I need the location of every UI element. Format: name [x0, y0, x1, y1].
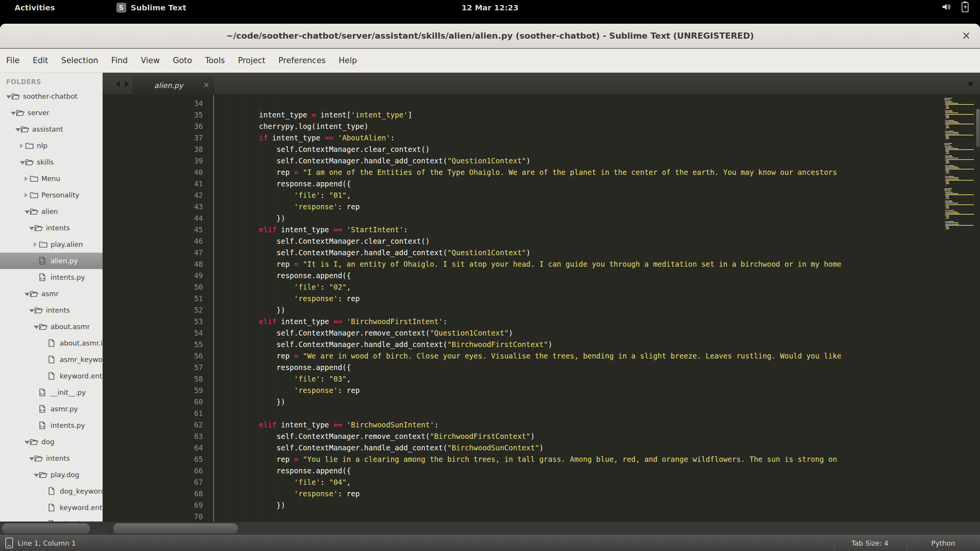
tab-nav-back-icon[interactable] — [116, 81, 120, 87]
code-line-35[interactable]: 35 intent_type = intent['intent_type'] — [103, 109, 942, 121]
expand-arrow-open-icon[interactable] — [34, 323, 39, 331]
title-bar[interactable]: ~/code/soother-chatbot/server/assistant/… — [0, 24, 980, 48]
sidebar-item-play-dog[interactable]: play.dog — [0, 466, 103, 483]
code-line-47[interactable]: 47 self.ContextManager.handle_add_contex… — [103, 247, 942, 258]
sidebar-item-play-dog-intent[interactable]: play.dog.intent — [0, 516, 103, 522]
code-line-63[interactable]: 63 self.ContextManager.remove_context("B… — [103, 430, 942, 442]
menu-tools[interactable]: Tools — [205, 56, 225, 65]
code-line-60[interactable]: 60 }) — [103, 396, 942, 408]
menu-find[interactable]: Find — [111, 56, 128, 65]
sidebar-item-asmr-keyword-ent[interactable]: asmr_keyword.ent — [0, 351, 103, 368]
menu-help[interactable]: Help — [339, 56, 357, 65]
expand-arrow-closed-icon[interactable] — [24, 191, 30, 199]
system-tray[interactable] — [941, 0, 969, 15]
code-line-55[interactable]: 55 self.ContextManager.handle_add_contex… — [103, 339, 942, 350]
menu-project[interactable]: Project — [238, 56, 265, 65]
code-line-37[interactable]: 37 if intent_type == 'AboutAlien': — [103, 132, 942, 143]
sidebar-item-nlp[interactable]: nlp — [0, 137, 103, 154]
code-line-62[interactable]: 62 elif intent_type == 'BirchwoodSunInte… — [103, 419, 942, 430]
vertical-scrollbar-thumb[interactable] — [976, 109, 980, 147]
code-line-58[interactable]: 58 'file': "03", — [103, 373, 942, 385]
code-line-42[interactable]: 42 'file': "01", — [103, 189, 942, 201]
code-line-65[interactable]: 65 rep = "You lie in a clearing among th… — [103, 453, 942, 465]
sidebar-item-assistant[interactable]: assistant — [0, 121, 103, 137]
code-line-49[interactable]: 49 response.append({ — [103, 270, 942, 281]
sidebar-item-alien-py[interactable]: alien.py — [0, 253, 103, 269]
code-line-38[interactable]: 38 self.ContextManager.clear_context() — [103, 143, 942, 155]
expand-arrow-closed-icon[interactable] — [34, 240, 39, 248]
expand-arrow-open-icon[interactable] — [24, 207, 30, 215]
code-line-41[interactable]: 41 response.append({ — [103, 178, 942, 189]
clock[interactable]: 12 Mar 12:23 — [0, 3, 980, 12]
sidebar-item-personality[interactable]: Personality — [0, 187, 103, 203]
code-line-57[interactable]: 57 response.append({ — [103, 362, 942, 373]
code-line-67[interactable]: 67 'file': "04", — [103, 476, 942, 488]
tab-size-indicator[interactable]: Tab Size: 4 — [833, 535, 906, 551]
code-line-43[interactable]: 43 'response': rep — [103, 201, 942, 212]
editor-horizontal-scrollbar-thumb[interactable] — [113, 523, 238, 534]
code-line-34[interactable]: 34 — [103, 98, 942, 109]
sidebar-item-about-asmr[interactable]: about.asmr — [0, 318, 103, 335]
sidebar-item-keyword-entities[interactable]: keyword.entities — [0, 499, 103, 516]
sidebar-item-dog-keyword-enti[interactable]: dog_keyword.enti — [0, 483, 103, 499]
code-line-52[interactable]: 52 }) — [103, 304, 942, 316]
code-line-69[interactable]: 69 }) — [103, 499, 942, 511]
code-line-53[interactable]: 53 elif intent_type == 'BirchwoodFirstIn… — [103, 316, 942, 327]
expand-arrow-closed-icon[interactable] — [20, 142, 25, 150]
expand-arrow-open-icon[interactable] — [20, 158, 25, 166]
sidebar-item-asmr-py[interactable]: asmr.py — [0, 401, 103, 417]
expand-arrow-open-icon[interactable] — [29, 306, 34, 314]
sidebar-item-play-alien[interactable]: play.alien — [0, 236, 103, 253]
sidebar-item-dog[interactable]: dog — [0, 434, 103, 450]
sidebar-item-intents-py[interactable]: intents.py — [0, 417, 103, 434]
sidebar-item-intents[interactable]: intents — [0, 450, 103, 466]
vertical-scrollbar[interactable] — [975, 95, 980, 522]
code-line-70[interactable]: 70 — [103, 511, 942, 522]
tab-nav-forward-icon[interactable] — [125, 81, 129, 87]
tab-alien-py[interactable]: alien.py × — [132, 76, 215, 95]
menu-goto[interactable]: Goto — [173, 56, 192, 65]
code-line-44[interactable]: 44 }) — [103, 212, 942, 224]
sidebar-item-asmr[interactable]: asmr — [0, 285, 103, 302]
sidebar-item--init-py[interactable]: __init__.py — [0, 384, 103, 401]
code-line-40[interactable]: 40 rep = "I am one of the Entities of th… — [103, 166, 942, 178]
expand-arrow-open-icon[interactable] — [6, 92, 11, 100]
menu-preferences[interactable]: Preferences — [278, 56, 326, 65]
code-line-68[interactable]: 68 'response': rep — [103, 488, 942, 499]
expand-arrow-open-icon[interactable] — [34, 471, 39, 479]
code-editor[interactable]: 3435 intent_type = intent['intent_type']… — [103, 95, 980, 522]
sidebar-item-server[interactable]: server — [0, 104, 103, 121]
code-line-54[interactable]: 54 self.ContextManager.remove_context("Q… — [103, 327, 942, 339]
expand-arrow-open-icon[interactable] — [29, 454, 34, 462]
sidebar-item-keyword-entities[interactable]: keyword.entities — [0, 368, 103, 384]
expand-arrow-open-icon[interactable] — [24, 290, 30, 298]
expand-arrow-open-icon[interactable] — [15, 125, 21, 133]
sidebar-item-about-asmr-intent[interactable]: about.asmr.intent — [0, 335, 103, 351]
sidebar-item-intents[interactable]: intents — [0, 302, 103, 318]
code-line-39[interactable]: 39 self.ContextManager.handle_add_contex… — [103, 155, 942, 166]
sidebar-item-alien[interactable]: alien — [0, 203, 103, 220]
status-context-icon[interactable] — [5, 538, 13, 548]
menu-view[interactable]: View — [141, 56, 160, 65]
expand-arrow-open-icon[interactable] — [24, 438, 30, 446]
tab-close-icon[interactable]: × — [203, 80, 209, 89]
expand-arrow-closed-icon[interactable] — [24, 174, 30, 183]
code-line-66[interactable]: 66 response.append({ — [103, 465, 942, 476]
code-line-61[interactable]: 61 — [103, 408, 942, 419]
tab-overflow-menu-icon[interactable] — [967, 82, 974, 86]
menu-selection[interactable]: Selection — [61, 56, 98, 65]
sidebar-item-skills[interactable]: skills — [0, 154, 103, 170]
code-line-46[interactable]: 46 self.ContextManager.clear_context() — [103, 235, 942, 247]
code-line-36[interactable]: 36 cherrypy.log(intent_type) — [103, 121, 942, 132]
syntax-indicator[interactable]: Python — [906, 535, 980, 551]
expand-arrow-open-icon[interactable] — [29, 224, 34, 232]
code-line-45[interactable]: 45 elif intent_type == 'StartIntent': — [103, 224, 942, 235]
sidebar-item-intents[interactable]: intents — [0, 220, 103, 236]
code-line-50[interactable]: 50 'file': "02", — [103, 281, 942, 293]
code-line-56[interactable]: 56 rep = "We are in wood of birch. Close… — [103, 350, 942, 362]
sidebar-item-soother-chatbot[interactable]: soother-chatbot — [0, 88, 103, 104]
code-line-59[interactable]: 59 'response': rep — [103, 385, 942, 396]
code-line-64[interactable]: 64 self.ContextManager.handle_add_contex… — [103, 442, 942, 453]
menu-file[interactable]: File — [6, 56, 20, 65]
code-line-51[interactable]: 51 'response': rep — [103, 293, 942, 304]
